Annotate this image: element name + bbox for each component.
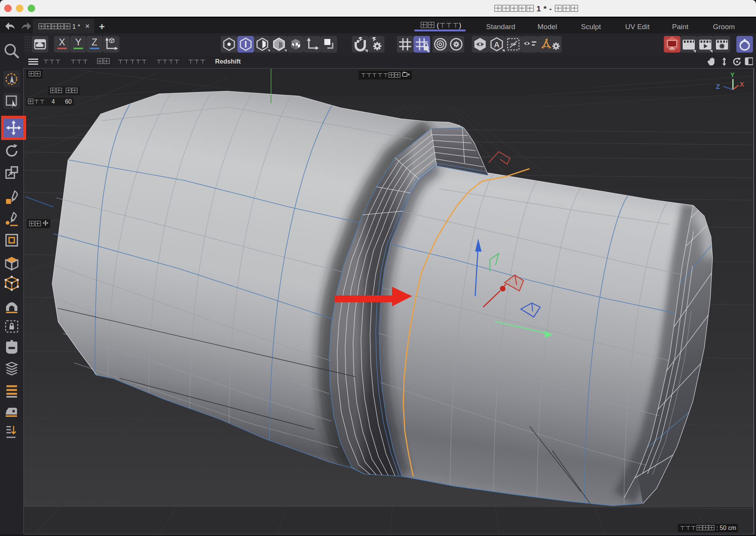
svg-text:X: X — [740, 81, 744, 88]
svg-text:X: X — [59, 37, 65, 47]
svg-text:Z: Z — [716, 83, 720, 90]
svg-text:A: A — [494, 40, 499, 49]
svg-text:Y: Y — [75, 37, 82, 47]
svg-text:Y: Y — [730, 71, 735, 79]
svg-text:Z: Z — [91, 37, 97, 47]
